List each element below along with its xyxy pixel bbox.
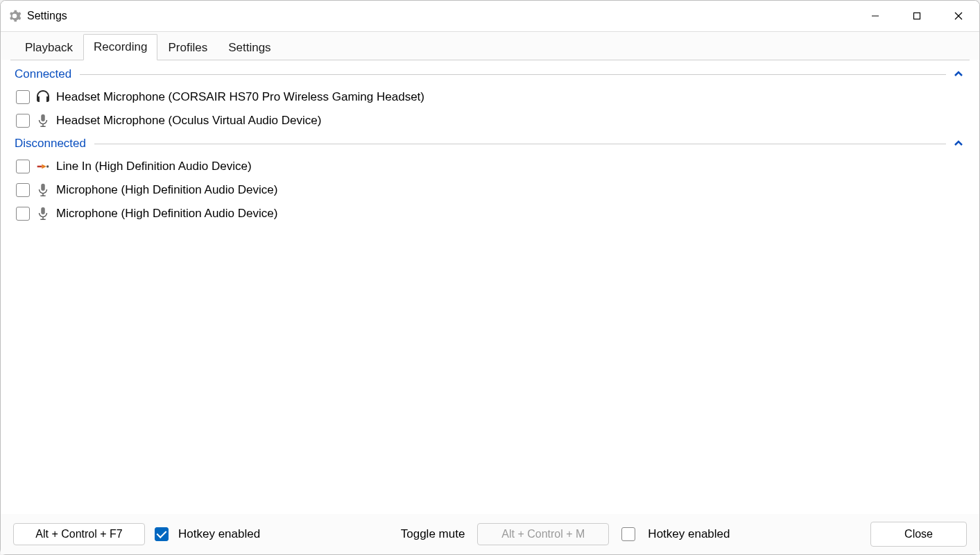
device-row[interactable]: Microphone (High Definition Audio Device… bbox=[15, 202, 965, 225]
settings-window: Settings Playback Recording Profiles Set… bbox=[0, 0, 980, 555]
toggle-mute-label: Toggle mute bbox=[401, 527, 465, 541]
hotkey-enabled-label-2: Hotkey enabled bbox=[648, 527, 730, 541]
device-checkbox[interactable] bbox=[16, 183, 30, 197]
svg-rect-1 bbox=[914, 13, 920, 19]
window-controls bbox=[854, 1, 979, 31]
device-label: Microphone (High Definition Audio Device… bbox=[56, 207, 277, 221]
microphone-icon bbox=[34, 112, 52, 130]
device-checkbox[interactable] bbox=[16, 90, 30, 104]
device-row[interactable]: Headset Microphone (CORSAIR HS70 Pro Wir… bbox=[15, 85, 965, 109]
gear-icon bbox=[8, 9, 22, 23]
tab-profiles[interactable]: Profiles bbox=[157, 35, 218, 60]
tab-recording[interactable]: Recording bbox=[83, 34, 158, 60]
group-divider bbox=[94, 144, 946, 144]
group-label: Connected bbox=[15, 67, 74, 81]
hotkey-enabled-checkbox-2[interactable] bbox=[621, 527, 635, 541]
window-title: Settings bbox=[27, 10, 854, 22]
device-label: Line In (High Definition Audio Device) bbox=[56, 160, 252, 173]
group-header-disconnected[interactable]: Disconnected bbox=[15, 137, 965, 151]
svg-rect-11 bbox=[41, 207, 45, 214]
close-button[interactable]: Close bbox=[870, 522, 967, 547]
tab-playback[interactable]: Playback bbox=[15, 35, 83, 60]
device-checkbox[interactable] bbox=[16, 114, 30, 128]
microphone-icon bbox=[34, 205, 52, 223]
disconnected-device-list: Line In (High Definition Audio Device) M… bbox=[15, 155, 965, 225]
svg-rect-4 bbox=[41, 114, 45, 121]
group-header-connected[interactable]: Connected bbox=[15, 67, 965, 81]
hotkey-input-2[interactable]: Alt + Control + M bbox=[477, 523, 609, 545]
minimize-button[interactable] bbox=[854, 1, 896, 31]
device-label: Headset Microphone (CORSAIR HS70 Pro Wir… bbox=[56, 90, 424, 104]
headset-icon bbox=[34, 88, 52, 106]
device-checkbox[interactable] bbox=[16, 160, 30, 173]
hotkey-enabled-label-1: Hotkey enabled bbox=[178, 527, 260, 541]
svg-point-7 bbox=[46, 165, 49, 167]
tab-settings[interactable]: Settings bbox=[218, 35, 281, 60]
group-divider bbox=[80, 74, 946, 75]
device-label: Headset Microphone (Oculus Virtual Audio… bbox=[56, 114, 321, 128]
group-label: Disconnected bbox=[15, 137, 89, 151]
device-row[interactable]: Headset Microphone (Oculus Virtual Audio… bbox=[15, 109, 965, 133]
chevron-up-icon[interactable] bbox=[952, 138, 965, 149]
connected-device-list: Headset Microphone (CORSAIR HS70 Pro Wir… bbox=[15, 85, 965, 133]
line-in-icon bbox=[34, 157, 52, 176]
titlebar: Settings bbox=[1, 1, 979, 32]
device-row[interactable]: Microphone (High Definition Audio Device… bbox=[15, 178, 965, 202]
maximize-button[interactable] bbox=[896, 1, 938, 31]
device-row[interactable]: Line In (High Definition Audio Device) bbox=[15, 155, 965, 178]
microphone-icon bbox=[34, 181, 52, 199]
hotkey-enabled-checkbox-1[interactable] bbox=[155, 527, 169, 541]
svg-rect-8 bbox=[41, 184, 45, 191]
device-checkbox[interactable] bbox=[16, 207, 30, 221]
footer-bar: Alt + Control + F7 Hotkey enabled Toggle… bbox=[1, 514, 979, 554]
device-label: Microphone (High Definition Audio Device… bbox=[56, 183, 277, 197]
tab-bar: Playback Recording Profiles Settings bbox=[1, 32, 979, 60]
chevron-up-icon[interactable] bbox=[952, 69, 965, 80]
close-window-button[interactable] bbox=[938, 1, 979, 31]
tab-content: Connected Headset Microphone (CORSAIR HS… bbox=[10, 60, 970, 514]
hotkey-input-1[interactable]: Alt + Control + F7 bbox=[13, 523, 145, 545]
